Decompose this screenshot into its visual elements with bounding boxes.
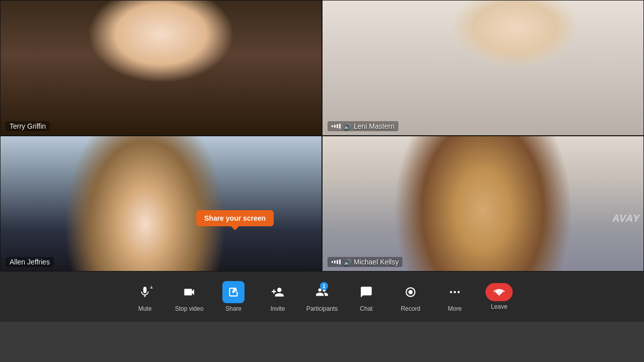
leave-label: Leave [491, 303, 508, 310]
stop-video-icon [178, 281, 200, 303]
video-cell-michael: 🔊 Michael Kellsy [322, 136, 644, 272]
participants-icon: 1 [311, 281, 333, 303]
signal-icon-leni [332, 124, 341, 129]
leave-icon [486, 283, 513, 301]
signal-icon-michael [332, 259, 341, 264]
mute-label: Mute [138, 305, 152, 312]
more-icon [444, 281, 466, 303]
video-cell-leni: 🔊 Leni Mastern [322, 0, 644, 136]
chat-label: Chat [360, 305, 372, 312]
participant-name-allen: Allen Jeffries [6, 257, 54, 267]
svg-point-1 [409, 290, 413, 295]
record-icon [399, 281, 422, 303]
leave-button[interactable]: Leave [479, 279, 519, 314]
chat-icon [355, 281, 377, 303]
avaya-watermark: AVAY [608, 211, 644, 226]
share-label: Share [225, 305, 242, 312]
participant-name-terry: Terry Griffin [6, 121, 50, 131]
video-grid: Terry Griffin 🔊 Leni Mastern Allen Jeffr… [0, 0, 644, 272]
share-button[interactable]: Share [213, 277, 254, 316]
toolbar: ▲ Mute Stop video Share Invite [0, 272, 644, 322]
stop-video-label: Stop video [175, 305, 204, 312]
participant-name-michael: 🔊 Michael Kellsy [328, 257, 403, 267]
video-cell-terry: Terry Griffin [0, 0, 322, 136]
share-icon [222, 281, 245, 303]
share-screen-tooltip: Share your screen [196, 210, 274, 226]
mute-chevron-icon: ▲ [149, 284, 154, 290]
participant-name-leni: 🔊 Leni Mastern [328, 121, 398, 131]
stop-video-button[interactable]: Stop video [169, 277, 209, 316]
record-label: Record [401, 305, 421, 312]
svg-point-4 [457, 291, 459, 293]
mic-icon-michael: 🔊 [344, 258, 352, 266]
participants-label: Participants [306, 305, 338, 312]
bottom-bar [0, 322, 644, 362]
invite-icon [267, 281, 289, 303]
mic-icon-leni: 🔊 [344, 123, 352, 130]
more-label: More [448, 305, 461, 312]
svg-point-2 [450, 291, 452, 293]
participants-badge: 1 [320, 282, 328, 290]
more-button[interactable]: More [435, 277, 475, 316]
participants-button[interactable]: 1 Participants [302, 277, 342, 316]
invite-label: Invite [271, 305, 285, 312]
svg-point-3 [454, 291, 456, 293]
chat-button[interactable]: Chat [346, 277, 386, 316]
record-button[interactable]: Record [390, 277, 431, 316]
invite-button[interactable]: Invite [258, 277, 298, 316]
mute-button[interactable]: ▲ Mute [125, 277, 165, 316]
video-cell-allen: Allen Jeffries [0, 136, 322, 272]
